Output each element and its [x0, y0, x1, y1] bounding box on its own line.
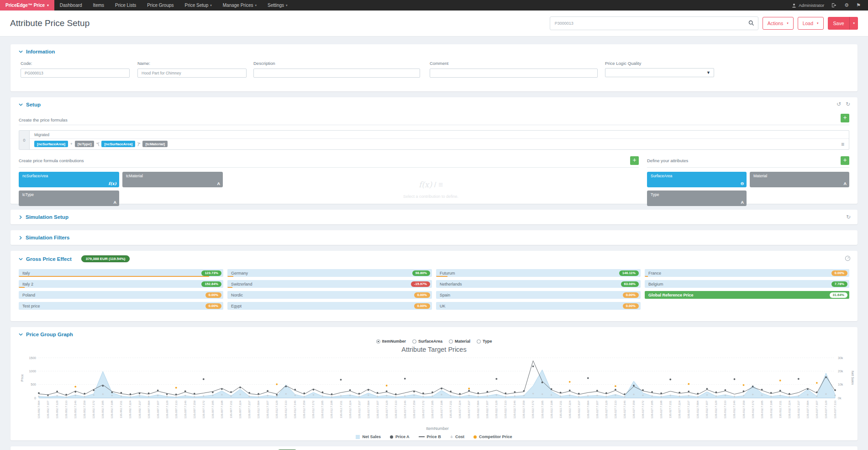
simulation-setup-header[interactable]: Simulation Setup — [11, 210, 857, 220]
radio-itemnumber[interactable]: ItemNumber — [376, 339, 406, 344]
add-attribute-button[interactable]: + — [841, 156, 849, 165]
formula-chip[interactable]: [ncSurfaceArea] — [101, 141, 135, 147]
undo-icon[interactable]: ↺ — [836, 101, 841, 107]
price-list-row-france[interactable]: France0.00% — [645, 269, 849, 277]
name-input[interactable] — [137, 69, 247, 78]
field-label: Name: — [137, 61, 247, 66]
svg-text:30k: 30k — [838, 356, 843, 360]
refresh-icon[interactable]: ↻ — [846, 214, 851, 220]
legend-item-net-sales[interactable]: Net Sales — [356, 434, 381, 439]
add-contribution-button[interactable]: + — [630, 156, 639, 165]
svg-text:13S.007.7.172: 13S.007.7.172 — [202, 400, 205, 418]
svg-text:13S.022.7.133: 13S.022.7.133 — [504, 400, 507, 418]
price-list-row-nordic[interactable]: Nordic0.00% — [227, 291, 432, 299]
load-button[interactable]: Load ▾ — [798, 17, 824, 30]
attribute-card-type[interactable]: TypeA — [647, 191, 747, 206]
card-label: ncSurfaceArea — [22, 174, 48, 178]
price-list-row-italy[interactable]: Italy123.73% — [19, 269, 223, 277]
redo-icon[interactable]: ↻ — [846, 101, 850, 107]
nav-item-dashboard[interactable]: Dashboard — [54, 0, 88, 11]
nav-item-manage-prices[interactable]: Manage Prices▾ — [217, 0, 262, 11]
gauge-icon[interactable] — [845, 255, 851, 261]
radio-type[interactable]: Type — [477, 339, 492, 344]
svg-text:1000: 1000 — [29, 370, 36, 373]
add-formula-button[interactable]: + — [841, 114, 849, 122]
save-label: Save — [828, 17, 850, 30]
text-attribute-icon: A — [217, 181, 221, 186]
percent-badge: 31.64% — [830, 292, 847, 298]
price-list-row-spain[interactable]: Spain0.00% — [436, 291, 641, 299]
radio-surfacearea[interactable]: SurfaceArea — [412, 339, 442, 344]
svg-text:13S.027.7.107: 13S.027.7.107 — [596, 400, 599, 418]
save-dropdown-caret[interactable]: ▾ — [849, 17, 858, 30]
gear-icon[interactable]: ⚙ — [844, 2, 849, 8]
price-group-graph-header[interactable]: Price Group Graph — [11, 327, 857, 337]
price-list-row-switzerland[interactable]: Switzerland-15.97% — [227, 280, 432, 288]
nav-item-label: Items — [93, 3, 104, 8]
nav-item-price-setup[interactable]: Price Setup▾ — [179, 0, 217, 11]
search-icon[interactable] — [748, 20, 754, 26]
price-list-row-italy-2[interactable]: Italy 2152.84% — [19, 280, 223, 288]
code-input[interactable] — [21, 69, 130, 78]
price-list-row-futurum[interactable]: Futurum146.11% — [436, 269, 641, 277]
formula-operator: )* — [137, 142, 140, 146]
logout-icon[interactable] — [831, 3, 837, 8]
formula-chip[interactable]: [ncSurfaceArea] — [34, 141, 68, 147]
nav-item-price-lists[interactable]: Price Lists — [110, 0, 142, 11]
chevron-down-icon: ▾ — [286, 4, 288, 7]
formula-menu-icon[interactable]: ≡ — [841, 141, 844, 148]
price-logic-quality-select[interactable]: ▼ — [605, 68, 714, 77]
setup-header[interactable]: Setup — [11, 97, 857, 107]
legend-dot-marker — [473, 435, 477, 439]
formula-chip[interactable]: [tcType] — [75, 141, 95, 147]
svg-text:13S.027.7.224: 13S.027.7.224 — [678, 400, 681, 418]
gross-price-effect-title: Gross Price Effect — [26, 256, 72, 262]
legend-item-cost[interactable]: +Cost — [450, 434, 464, 439]
attribute-card-material[interactable]: MaterialA — [750, 172, 849, 187]
gross-price-effect-panel: Gross Price Effect 379,388 EUR (119.54%)… — [11, 251, 857, 321]
contribution-card-ncsurfacearea[interactable]: ncSurfaceAreaf(x) — [19, 172, 119, 187]
divider — [19, 167, 639, 168]
formula-name-input[interactable]: Migrated — [30, 131, 849, 139]
gross-price-effect-header[interactable]: Gross Price Effect 379,388 EUR (119.54%) — [11, 251, 857, 262]
price-list-row-global-reference-price[interactable]: Global Reference Price31.64% — [645, 291, 849, 299]
definition-placeholder-icon: f(x) / ≡ — [419, 180, 443, 190]
price-list-row-poland[interactable]: Poland0.00% — [19, 291, 223, 299]
collapse-chevron-icon — [19, 333, 23, 336]
save-button[interactable]: Save ▾ — [828, 17, 858, 30]
comment-input[interactable] — [430, 69, 598, 78]
actions-label: Actions — [768, 21, 783, 26]
price-list-row-test-price[interactable]: Test price0.00% — [19, 302, 223, 310]
legend-item-competitor-price[interactable]: Competitor Price — [473, 434, 512, 439]
price-list-row-germany[interactable]: Germany98.80% — [227, 269, 432, 277]
svg-text:13S.032.7.159: 13S.032.7.159 — [742, 400, 745, 418]
contribution-card-tcmaterial[interactable]: tcMaterialA — [122, 172, 223, 187]
radio-material[interactable]: Material — [449, 339, 470, 344]
svg-text:13S.002.7.185: 13S.002.7.185 — [101, 400, 104, 418]
price-chart[interactable]: 00k50010k100020k150030kPriceNet Sales13S… — [18, 354, 857, 433]
formula-chip[interactable]: [tcMaterial] — [142, 141, 168, 147]
field-name: Name: — [137, 61, 247, 78]
nav-item-items[interactable]: Items — [88, 0, 110, 11]
flag-icon[interactable]: ⚑ — [856, 2, 861, 8]
price-list-row-egypt[interactable]: Egypt0.00% — [227, 302, 432, 310]
text-attribute-icon: A — [114, 200, 117, 205]
legend-item-price-a[interactable]: Price A — [390, 434, 410, 439]
nav-item-price-groups[interactable]: Price Groups — [142, 0, 179, 11]
user-menu[interactable]: Administrator — [792, 3, 824, 8]
legend-item-price-b[interactable]: Price B — [419, 434, 441, 439]
price-list-row-uk[interactable]: UK0.00% — [436, 302, 641, 310]
contribution-card-tctype[interactable]: tcTypeA — [19, 191, 119, 206]
actions-button[interactable]: Actions ▾ — [763, 17, 794, 30]
legend-label: Competitor Price — [479, 434, 512, 439]
attribute-card-surfacearea[interactable]: SurfaceAreaΘ — [647, 172, 747, 187]
information-header[interactable]: Information — [11, 44, 857, 54]
simulation-filters-header[interactable]: Simulation Filters — [11, 230, 857, 240]
price-list-row-belgium[interactable]: Belgium7.78% — [645, 280, 849, 288]
price-list-row-netherlands[interactable]: Netherlands63.08% — [436, 280, 641, 288]
search-input[interactable] — [550, 17, 758, 30]
brand-menu[interactable]: PriceEdge™ Price ▾ — [0, 0, 54, 11]
description-input[interactable] — [253, 69, 420, 78]
nav-item-settings[interactable]: Settings▾ — [262, 0, 293, 11]
price-group-graph-title: Price Group Graph — [26, 332, 73, 337]
